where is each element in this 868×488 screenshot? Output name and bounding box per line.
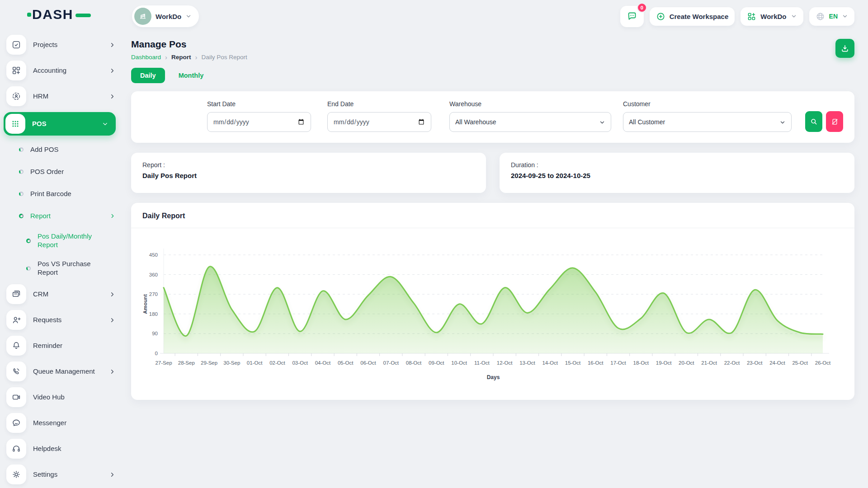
donut-bullet-icon xyxy=(26,239,31,243)
customer-select[interactable]: All Customer xyxy=(623,112,792,132)
donut-bullet-icon xyxy=(19,147,24,152)
sidebar-item-queue-management[interactable]: Queue Management xyxy=(6,361,116,381)
svg-text:01-Oct: 01-Oct xyxy=(247,360,263,366)
breadcrumb-dashboard[interactable]: Dashboard xyxy=(131,54,161,61)
tab-monthly[interactable]: Monthly xyxy=(170,68,213,83)
sidebar-nav: Projects Accounting HRM POS xyxy=(6,29,116,484)
tab-daily[interactable]: Daily xyxy=(131,68,165,83)
donut-bullet-icon xyxy=(19,169,24,174)
sidebar-item-label: POS Order xyxy=(30,168,116,176)
sidebar-item-video-hub[interactable]: Video Hub xyxy=(6,387,116,407)
svg-text:20-Oct: 20-Oct xyxy=(679,360,694,366)
sidebar-item-add-pos[interactable]: Add POS xyxy=(19,141,116,159)
svg-text:07-Oct: 07-Oct xyxy=(383,360,399,366)
customer-label: Customer xyxy=(623,100,792,108)
app-menu-button[interactable]: WorkDo xyxy=(741,7,803,26)
sidebar-item-requests[interactable]: Requests xyxy=(6,310,116,330)
warehouse-select[interactable]: All Warehouse xyxy=(449,112,611,132)
chevron-separator: › xyxy=(195,54,198,61)
sidebar-item-label: Messenger xyxy=(33,419,116,427)
chevron-right-icon xyxy=(109,471,116,478)
start-date-input[interactable] xyxy=(207,112,311,132)
sidebar-item-crm[interactable]: CRM xyxy=(6,284,116,304)
area-chart-svg: 09018027036045027-Sep28-Sep29-Sep30-Sep0… xyxy=(131,228,854,400)
start-date-field: Start Date xyxy=(207,100,311,132)
sidebar-item-reminder[interactable]: Reminder xyxy=(6,336,116,356)
grid-dots-icon xyxy=(5,114,25,134)
sidebar-item-report[interactable]: Report xyxy=(19,207,116,225)
clear-file-icon xyxy=(831,118,839,126)
svg-text:02-Oct: 02-Oct xyxy=(269,360,285,366)
headphones-icon xyxy=(6,439,26,459)
sidebar-item-label: Report xyxy=(30,212,103,221)
end-date-field: End Date xyxy=(327,100,431,132)
svg-text:30-Sep: 30-Sep xyxy=(223,360,240,366)
reset-filter-button[interactable] xyxy=(826,111,843,132)
create-workspace-button[interactable]: Create Workspace xyxy=(650,7,735,26)
start-date-label: Start Date xyxy=(207,100,311,108)
report-value: Daily Pos Report xyxy=(142,172,475,179)
svg-text:13-Oct: 13-Oct xyxy=(519,360,535,366)
search-button[interactable] xyxy=(805,111,822,132)
sidebar-item-label: HRM xyxy=(33,92,102,101)
app-logo[interactable]: DASH xyxy=(6,0,116,29)
svg-text:10-Oct: 10-Oct xyxy=(451,360,467,366)
svg-text:270: 270 xyxy=(149,291,158,297)
language-selector[interactable]: EN xyxy=(809,7,854,26)
svg-text:180: 180 xyxy=(149,311,158,317)
svg-text:19-Oct: 19-Oct xyxy=(656,360,672,366)
grid-plus-icon xyxy=(747,12,756,21)
sidebar-item-label: Queue Management xyxy=(33,367,102,376)
download-report-button[interactable] xyxy=(835,39,854,58)
svg-text:0: 0 xyxy=(155,351,158,356)
workspace-selector[interactable]: WorkDo xyxy=(132,5,199,27)
sidebar-item-accounting[interactable]: Accounting xyxy=(6,61,116,80)
sidebar-item-helpdesk[interactable]: Helpdesk xyxy=(6,439,116,459)
svg-text:05-Oct: 05-Oct xyxy=(338,360,354,366)
svg-text:Amount: Amount xyxy=(142,294,148,314)
breadcrumb-report[interactable]: Report xyxy=(171,54,191,61)
video-camera-icon xyxy=(6,387,26,407)
chevron-right-icon xyxy=(109,317,116,324)
duration-value: 2024-09-25 to 2024-10-25 xyxy=(511,172,843,179)
sidebar-item-pos-vs-purchase-report[interactable]: Pos VS Purchase Report xyxy=(26,257,116,280)
language-code: EN xyxy=(829,13,838,20)
workspace-name: WorkDo xyxy=(156,13,181,20)
donut-bullet-icon xyxy=(19,192,24,196)
chevron-right-icon xyxy=(109,368,116,375)
chat-bubble-icon xyxy=(627,11,637,22)
create-workspace-label: Create Workspace xyxy=(670,13,729,20)
main-content: Manage Pos Dashboard › Report › Daily Po… xyxy=(118,33,868,400)
sidebar-item-label: Print Barcode xyxy=(30,190,116,198)
chevron-right-icon xyxy=(109,42,116,48)
sidebar-item-projects[interactable]: Projects xyxy=(6,35,116,55)
svg-text:450: 450 xyxy=(149,252,158,258)
end-date-input[interactable] xyxy=(327,112,431,132)
logo-dot xyxy=(27,13,31,17)
sidebar-item-hrm[interactable]: HRM xyxy=(6,86,116,106)
svg-text:25-Oct: 25-Oct xyxy=(792,360,808,366)
svg-text:14-Oct: 14-Oct xyxy=(542,360,558,366)
sidebar-item-print-barcode[interactable]: Print Barcode xyxy=(19,185,116,203)
messages-button[interactable]: 0 xyxy=(620,6,644,27)
sidebar-item-label: Requests xyxy=(33,316,102,324)
sidebar-item-messenger[interactable]: Messenger xyxy=(6,413,116,433)
sidebar-item-label: Video Hub xyxy=(33,393,116,402)
sidebar-item-settings[interactable]: Settings xyxy=(6,465,116,484)
chevron-right-icon xyxy=(109,213,116,219)
svg-text:90: 90 xyxy=(152,331,158,336)
svg-text:29-Sep: 29-Sep xyxy=(201,360,217,366)
cards-icon xyxy=(6,284,26,304)
chevron-down-icon xyxy=(791,13,797,19)
sidebar-item-pos[interactable]: POS xyxy=(4,112,116,136)
donut-bullet-icon xyxy=(26,266,31,271)
chevron-down-icon xyxy=(842,13,848,19)
sidebar-item-label: Pos Daily/Monthly Report xyxy=(38,232,96,249)
end-date-label: End Date xyxy=(327,100,431,108)
warehouse-label: Warehouse xyxy=(449,100,611,108)
svg-text:26-Oct: 26-Oct xyxy=(815,360,831,366)
sidebar-item-label: Settings xyxy=(33,470,102,479)
svg-text:03-Oct: 03-Oct xyxy=(292,360,308,366)
sidebar-item-pos-order[interactable]: POS Order xyxy=(19,163,116,181)
sidebar-item-pos-daily-monthly-report[interactable]: Pos Daily/Monthly Report xyxy=(26,229,116,253)
